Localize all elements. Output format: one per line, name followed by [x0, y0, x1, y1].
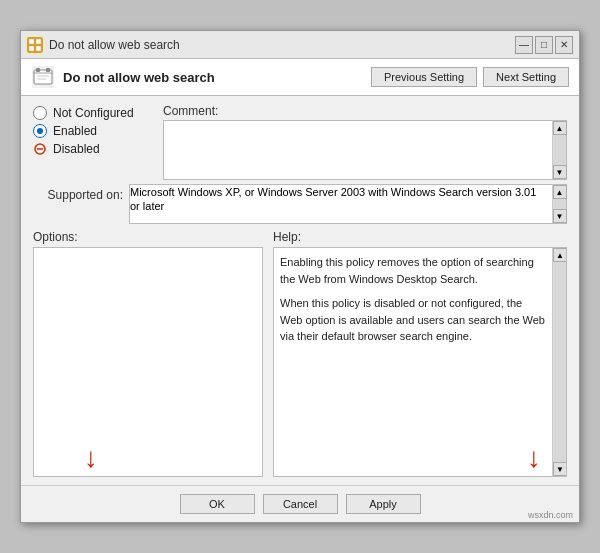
minimize-button[interactable]: — [515, 36, 533, 54]
scroll-down-arrow[interactable]: ▼ [553, 165, 567, 179]
support-scroll-down[interactable]: ▼ [553, 209, 567, 223]
not-configured-label: Not Configured [53, 106, 134, 120]
comment-scrollbar[interactable]: ▲ ▼ [552, 121, 566, 179]
comment-input[interactable] [164, 121, 550, 179]
help-box: Enabling this policy removes the option … [273, 247, 567, 477]
content-area: Not Configured Enabled Disabled [21, 96, 579, 485]
supported-scrollbar[interactable]: ▲ ▼ [552, 185, 566, 223]
help-arrow-annotation: ↓ [527, 442, 541, 474]
window-icon [27, 37, 43, 53]
support-scroll-up[interactable]: ▲ [553, 185, 567, 199]
options-label: Options: [33, 230, 263, 244]
options-panel: Options: ↓ [33, 230, 263, 477]
comment-section: Comment: ▲ ▼ [163, 104, 567, 180]
supported-on-label: Supported on: [33, 184, 123, 202]
title-bar-controls: — □ ✕ [515, 36, 573, 54]
svg-rect-3 [36, 46, 41, 51]
title-bar-text: Do not allow web search [49, 38, 180, 52]
supported-on-row: Supported on: Microsoft Windows XP, or W… [33, 184, 567, 224]
help-scroll-up[interactable]: ▲ [553, 248, 567, 262]
svg-rect-5 [34, 70, 52, 84]
footer: OK Cancel Apply wsxdn.com [21, 485, 579, 522]
help-scroll-track [553, 262, 566, 462]
supported-on-value: Microsoft Windows XP, or Windows Server … [130, 185, 552, 223]
svg-rect-1 [36, 39, 41, 44]
comment-label: Comment: [163, 104, 567, 118]
header-icon [31, 65, 55, 89]
watermark: wsxdn.com [528, 510, 573, 520]
maximize-button[interactable]: □ [535, 36, 553, 54]
enabled-label: Enabled [53, 124, 97, 138]
svg-rect-7 [36, 68, 40, 72]
svg-rect-0 [29, 39, 34, 44]
help-label: Help: [273, 230, 567, 244]
help-scrollbar[interactable]: ▲ ▼ [552, 248, 566, 476]
scroll-up-arrow[interactable]: ▲ [553, 121, 567, 135]
comment-box: ▲ ▼ [163, 120, 567, 180]
ok-button[interactable]: OK [180, 494, 255, 514]
header-title: Do not allow web search [63, 70, 363, 85]
options-arrow-annotation: ↓ [84, 442, 98, 474]
supported-on-box: Microsoft Windows XP, or Windows Server … [129, 184, 567, 224]
help-panel: Help: Enabling this policy removes the o… [273, 230, 567, 477]
svg-rect-8 [46, 68, 50, 72]
scroll-track [553, 135, 566, 165]
policy-window: Do not allow web search — □ ✕ Do not all… [20, 30, 580, 523]
enabled-option[interactable]: Enabled [33, 122, 153, 140]
radio-selected-indicator [37, 128, 43, 134]
title-bar: Do not allow web search — □ ✕ [21, 31, 579, 59]
help-scroll-down[interactable]: ▼ [553, 462, 567, 476]
disabled-option[interactable]: Disabled [33, 140, 153, 158]
help-paragraph-1: Enabling this policy removes the option … [280, 254, 546, 287]
support-scroll-track [553, 199, 566, 209]
next-setting-button[interactable]: Next Setting [483, 67, 569, 87]
svg-rect-2 [29, 46, 34, 51]
not-configured-radio[interactable] [33, 106, 47, 120]
disabled-label: Disabled [53, 142, 100, 156]
bottom-section: Options: ↓ Help: Enabling this policy re… [33, 230, 567, 477]
header-bar: Do not allow web search Previous Setting… [21, 59, 579, 96]
title-bar-left: Do not allow web search [27, 37, 180, 53]
cancel-button[interactable]: Cancel [263, 494, 338, 514]
help-paragraph-2: When this policy is disabled or not conf… [280, 295, 546, 345]
radio-section: Not Configured Enabled Disabled [33, 104, 153, 180]
header-buttons: Previous Setting Next Setting [371, 67, 569, 87]
close-button[interactable]: ✕ [555, 36, 573, 54]
enabled-radio[interactable] [33, 124, 47, 138]
apply-button[interactable]: Apply [346, 494, 421, 514]
disabled-icon [33, 142, 47, 156]
not-configured-option[interactable]: Not Configured [33, 104, 153, 122]
previous-setting-button[interactable]: Previous Setting [371, 67, 477, 87]
options-box: ↓ [33, 247, 263, 477]
help-text: Enabling this policy removes the option … [274, 248, 566, 359]
